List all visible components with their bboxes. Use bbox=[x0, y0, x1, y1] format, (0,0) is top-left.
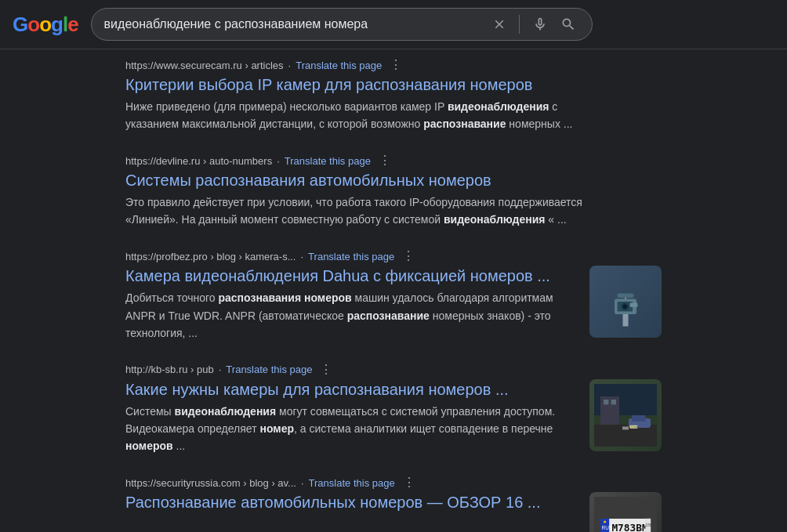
result-url: https://devline.ru › auto-numbers bbox=[125, 155, 272, 167]
result-url-row: https://devline.ru › auto-numbers · Tran… bbox=[125, 154, 596, 167]
result-thumbnail: RUS М783ВМ 150 bbox=[589, 492, 662, 532]
result-content: https://profbez.pro › blog › kamera-s...… bbox=[125, 250, 580, 341]
more-options-button[interactable]: ⋮ bbox=[386, 59, 405, 71]
result-title[interactable]: Распознавание автомобильных номеров — ОБ… bbox=[125, 492, 580, 512]
result-thumbnail bbox=[589, 266, 662, 338]
clear-button[interactable] bbox=[489, 17, 510, 31]
result-url: https://profbez.pro › blog › kamera-s... bbox=[125, 251, 296, 262]
more-options-button[interactable]: ⋮ bbox=[400, 476, 419, 489]
result-title[interactable]: Критерии выбора IP камер для распознаван… bbox=[125, 74, 596, 95]
translate-link[interactable]: Translate this page bbox=[309, 477, 395, 489]
result-snippet: Добиться точного распознавания номеров м… bbox=[125, 289, 580, 341]
url-dot: · bbox=[288, 60, 292, 71]
result-content: https://securityrussia.com › blog › av..… bbox=[125, 476, 580, 516]
url-dot: · bbox=[277, 155, 280, 167]
svg-rect-7 bbox=[618, 294, 634, 299]
search-bar bbox=[91, 8, 593, 41]
result-title[interactable]: Системы распознавания автомобильных номе… bbox=[125, 170, 596, 190]
url-dot: · bbox=[300, 251, 303, 262]
svg-rect-14 bbox=[622, 426, 629, 429]
result-url: http://kb-sb.ru › pub bbox=[125, 364, 214, 375]
result-item-with-thumb: https://profbez.pro › blog › kamera-s...… bbox=[125, 250, 662, 341]
svg-text:333АА: 333АА bbox=[630, 425, 638, 429]
svg-text:М783ВМ: М783ВМ bbox=[611, 522, 648, 532]
header: Google bbox=[0, 0, 787, 49]
svg-rect-10 bbox=[600, 396, 619, 428]
url-dot: · bbox=[219, 364, 222, 375]
search-input[interactable] bbox=[104, 17, 483, 31]
more-options-button[interactable]: ⋮ bbox=[399, 250, 418, 262]
translate-link[interactable]: Translate this page bbox=[285, 155, 371, 167]
result-url-row: http://kb-sb.ru › pub · Translate this p… bbox=[125, 364, 580, 376]
svg-point-23 bbox=[604, 520, 606, 523]
result-url-row: https://profbez.pro › blog › kamera-s...… bbox=[125, 250, 580, 262]
result-title[interactable]: Камера видеонаблюдения Dahua с фиксацией… bbox=[125, 266, 580, 286]
result-url-row: https://securityrussia.com › blog › av..… bbox=[125, 476, 580, 489]
result-snippet: Ниже приведено (для примера) несколько в… bbox=[125, 98, 596, 132]
result-url: https://www.securecam.ru › articles bbox=[125, 60, 284, 71]
search-divider bbox=[519, 15, 520, 34]
google-logo: Google bbox=[13, 13, 78, 37]
result-item: https://www.securecam.ru › articles · Tr… bbox=[125, 59, 596, 132]
svg-rect-12 bbox=[611, 400, 616, 404]
search-button[interactable] bbox=[557, 16, 579, 32]
result-item: https://devline.ru › auto-numbers · Tran… bbox=[125, 154, 596, 228]
result-url-row: https://www.securecam.ru › articles · Tr… bbox=[125, 59, 596, 71]
svg-text:150: 150 bbox=[646, 523, 652, 527]
more-options-button[interactable]: ⋮ bbox=[317, 364, 335, 376]
result-item-with-thumb: http://kb-sb.ru › pub · Translate this p… bbox=[125, 364, 662, 454]
translate-link[interactable]: Translate this page bbox=[226, 364, 312, 375]
url-dot: · bbox=[301, 477, 304, 489]
result-item-with-thumb: https://securityrussia.com › blog › av..… bbox=[125, 476, 662, 532]
svg-rect-5 bbox=[630, 303, 638, 308]
result-title[interactable]: Какие нужны камеры для распознавания ном… bbox=[125, 379, 580, 400]
result-thumbnail: 333АА bbox=[589, 379, 662, 451]
svg-point-4 bbox=[623, 305, 628, 309]
more-options-button[interactable]: ⋮ bbox=[375, 154, 394, 167]
svg-rect-16 bbox=[632, 415, 646, 422]
svg-text:RUS: RUS bbox=[602, 525, 613, 530]
result-url: https://securityrussia.com › blog › av..… bbox=[125, 477, 296, 489]
translate-link[interactable]: Translate this page bbox=[296, 60, 382, 71]
svg-rect-11 bbox=[604, 400, 608, 404]
results-container: https://www.securecam.ru › articles · Tr… bbox=[0, 49, 787, 532]
result-snippet: Системы видеонаблюдения могут совмещатьс… bbox=[125, 403, 580, 454]
result-snippet: Это правило действует при условии, что р… bbox=[125, 194, 596, 228]
result-content: http://kb-sb.ru › pub · Translate this p… bbox=[125, 364, 580, 454]
svg-rect-0 bbox=[623, 313, 629, 327]
voice-search-button[interactable] bbox=[529, 16, 551, 32]
translate-link[interactable]: Translate this page bbox=[308, 251, 394, 262]
